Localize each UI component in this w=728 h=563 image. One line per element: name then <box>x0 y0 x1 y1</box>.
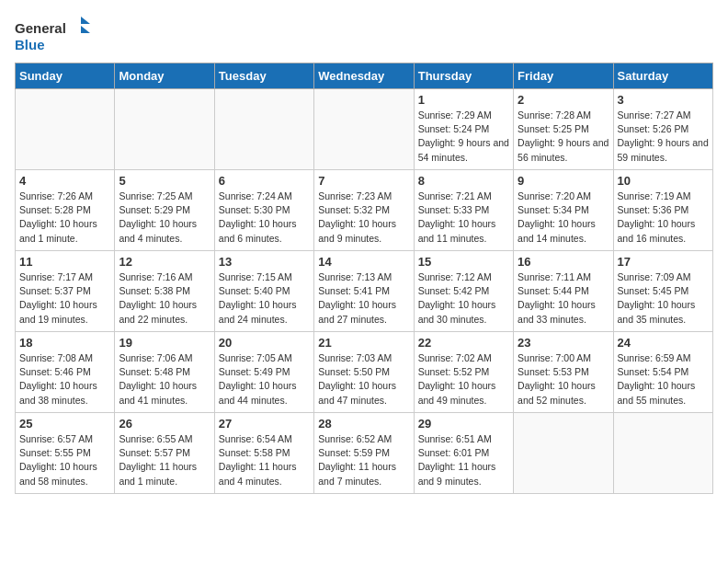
day-cell: 28Sunrise: 6:52 AMSunset: 5:59 PMDayligh… <box>314 413 414 494</box>
day-number: 25 <box>19 417 110 431</box>
svg-marker-2 <box>81 17 90 24</box>
day-info: Sunrise: 7:29 AMSunset: 5:24 PMDaylight:… <box>418 109 509 165</box>
day-cell: 2Sunrise: 7:28 AMSunset: 5:25 PMDaylight… <box>514 89 613 170</box>
day-info: Sunrise: 7:09 AMSunset: 5:45 PMDaylight:… <box>618 270 709 327</box>
day-info: Sunrise: 7:24 AMSunset: 5:30 PMDaylight:… <box>219 190 310 246</box>
day-cell: 9Sunrise: 7:20 AMSunset: 5:34 PMDaylight… <box>514 170 613 251</box>
day-cell: 10Sunrise: 7:19 AMSunset: 5:36 PMDayligh… <box>613 170 712 251</box>
day-number: 5 <box>119 174 210 188</box>
day-info: Sunrise: 7:12 AMSunset: 5:42 PMDaylight:… <box>418 270 509 327</box>
day-cell: 26Sunrise: 6:55 AMSunset: 5:57 PMDayligh… <box>115 413 214 494</box>
day-info: Sunrise: 7:02 AMSunset: 5:52 PMDaylight:… <box>418 351 509 408</box>
day-number: 29 <box>418 417 509 431</box>
svg-text:General: General <box>15 20 66 36</box>
day-cell: 24Sunrise: 6:59 AMSunset: 5:54 PMDayligh… <box>613 332 712 413</box>
header-cell-wednesday: Wednesday <box>314 63 414 89</box>
header-row: SundayMondayTuesdayWednesdayThursdayFrid… <box>16 63 713 89</box>
day-info: Sunrise: 6:52 AMSunset: 5:59 PMDaylight:… <box>318 432 409 488</box>
header-cell-monday: Monday <box>115 63 214 89</box>
day-info: Sunrise: 7:05 AMSunset: 5:49 PMDaylight:… <box>219 351 310 408</box>
calendar-table: SundayMondayTuesdayWednesdayThursdayFrid… <box>15 63 713 494</box>
day-cell: 15Sunrise: 7:12 AMSunset: 5:42 PMDayligh… <box>414 251 513 332</box>
day-cell: 13Sunrise: 7:15 AMSunset: 5:40 PMDayligh… <box>214 251 313 332</box>
day-cell: 5Sunrise: 7:25 AMSunset: 5:29 PMDaylight… <box>115 170 214 251</box>
day-cell <box>314 89 414 170</box>
day-cell: 14Sunrise: 7:13 AMSunset: 5:41 PMDayligh… <box>314 251 414 332</box>
day-info: Sunrise: 7:06 AMSunset: 5:48 PMDaylight:… <box>119 351 210 408</box>
day-cell: 1Sunrise: 7:29 AMSunset: 5:24 PMDaylight… <box>414 89 513 170</box>
day-info: Sunrise: 7:21 AMSunset: 5:33 PMDaylight:… <box>418 190 509 246</box>
header-cell-sunday: Sunday <box>16 63 115 89</box>
day-cell: 22Sunrise: 7:02 AMSunset: 5:52 PMDayligh… <box>414 332 513 413</box>
day-number: 3 <box>618 93 709 107</box>
day-number: 16 <box>518 255 609 269</box>
day-number: 21 <box>318 336 409 350</box>
day-number: 26 <box>119 417 210 431</box>
day-info: Sunrise: 7:11 AMSunset: 5:44 PMDaylight:… <box>518 270 609 327</box>
day-cell: 12Sunrise: 7:16 AMSunset: 5:38 PMDayligh… <box>115 251 214 332</box>
header-cell-tuesday: Tuesday <box>214 63 313 89</box>
day-cell <box>115 89 214 170</box>
svg-marker-3 <box>81 26 90 33</box>
day-info: Sunrise: 7:23 AMSunset: 5:32 PMDaylight:… <box>318 190 409 246</box>
day-cell <box>16 89 115 170</box>
day-info: Sunrise: 6:51 AMSunset: 6:01 PMDaylight:… <box>418 432 509 488</box>
day-number: 18 <box>19 336 110 350</box>
day-info: Sunrise: 7:27 AMSunset: 5:26 PMDaylight:… <box>618 109 709 165</box>
week-row-1: 1Sunrise: 7:29 AMSunset: 5:24 PMDaylight… <box>16 89 713 170</box>
day-info: Sunrise: 7:16 AMSunset: 5:38 PMDaylight:… <box>119 270 210 327</box>
day-number: 23 <box>518 336 609 350</box>
logo-icon: General Blue <box>15 15 97 55</box>
day-cell: 11Sunrise: 7:17 AMSunset: 5:37 PMDayligh… <box>16 251 115 332</box>
header-cell-saturday: Saturday <box>613 63 712 89</box>
day-info: Sunrise: 7:28 AMSunset: 5:25 PMDaylight:… <box>518 109 609 165</box>
day-number: 8 <box>418 174 509 188</box>
day-number: 28 <box>318 417 409 431</box>
day-number: 9 <box>518 174 609 188</box>
day-number: 22 <box>418 336 509 350</box>
day-info: Sunrise: 7:03 AMSunset: 5:50 PMDaylight:… <box>318 351 409 408</box>
day-cell: 18Sunrise: 7:08 AMSunset: 5:46 PMDayligh… <box>16 332 115 413</box>
day-number: 7 <box>318 174 409 188</box>
day-number: 24 <box>618 336 709 350</box>
day-info: Sunrise: 7:17 AMSunset: 5:37 PMDaylight:… <box>19 270 110 327</box>
day-cell <box>214 89 313 170</box>
day-cell: 19Sunrise: 7:06 AMSunset: 5:48 PMDayligh… <box>115 332 214 413</box>
day-info: Sunrise: 6:54 AMSunset: 5:58 PMDaylight:… <box>219 432 310 488</box>
header-cell-friday: Friday <box>514 63 613 89</box>
header-cell-thursday: Thursday <box>414 63 513 89</box>
day-info: Sunrise: 7:26 AMSunset: 5:28 PMDaylight:… <box>19 190 110 246</box>
page-header: General Blue <box>15 15 713 55</box>
day-info: Sunrise: 6:59 AMSunset: 5:54 PMDaylight:… <box>618 351 709 408</box>
svg-text:Blue: Blue <box>15 37 45 52</box>
day-number: 15 <box>418 255 509 269</box>
day-info: Sunrise: 7:08 AMSunset: 5:46 PMDaylight:… <box>19 351 110 408</box>
day-info: Sunrise: 6:57 AMSunset: 5:55 PMDaylight:… <box>19 432 110 488</box>
day-cell: 3Sunrise: 7:27 AMSunset: 5:26 PMDaylight… <box>613 89 712 170</box>
week-row-2: 4Sunrise: 7:26 AMSunset: 5:28 PMDaylight… <box>16 170 713 251</box>
day-info: Sunrise: 7:20 AMSunset: 5:34 PMDaylight:… <box>518 190 609 246</box>
day-cell: 6Sunrise: 7:24 AMSunset: 5:30 PMDaylight… <box>214 170 313 251</box>
day-cell: 4Sunrise: 7:26 AMSunset: 5:28 PMDaylight… <box>16 170 115 251</box>
day-cell: 20Sunrise: 7:05 AMSunset: 5:49 PMDayligh… <box>214 332 313 413</box>
day-cell: 23Sunrise: 7:00 AMSunset: 5:53 PMDayligh… <box>514 332 613 413</box>
day-cell <box>514 413 613 494</box>
day-number: 20 <box>219 336 310 350</box>
day-info: Sunrise: 7:15 AMSunset: 5:40 PMDaylight:… <box>219 270 310 327</box>
day-number: 4 <box>19 174 110 188</box>
day-cell <box>613 413 712 494</box>
day-number: 14 <box>318 255 409 269</box>
day-info: Sunrise: 7:13 AMSunset: 5:41 PMDaylight:… <box>318 270 409 327</box>
day-number: 2 <box>518 93 609 107</box>
day-number: 11 <box>19 255 110 269</box>
day-cell: 27Sunrise: 6:54 AMSunset: 5:58 PMDayligh… <box>214 413 313 494</box>
day-number: 17 <box>618 255 709 269</box>
day-number: 6 <box>219 174 310 188</box>
day-number: 10 <box>618 174 709 188</box>
day-cell: 21Sunrise: 7:03 AMSunset: 5:50 PMDayligh… <box>314 332 414 413</box>
day-info: Sunrise: 6:55 AMSunset: 5:57 PMDaylight:… <box>119 432 210 488</box>
day-number: 27 <box>219 417 310 431</box>
day-cell: 8Sunrise: 7:21 AMSunset: 5:33 PMDaylight… <box>414 170 513 251</box>
day-cell: 29Sunrise: 6:51 AMSunset: 6:01 PMDayligh… <box>414 413 513 494</box>
day-cell: 17Sunrise: 7:09 AMSunset: 5:45 PMDayligh… <box>613 251 712 332</box>
